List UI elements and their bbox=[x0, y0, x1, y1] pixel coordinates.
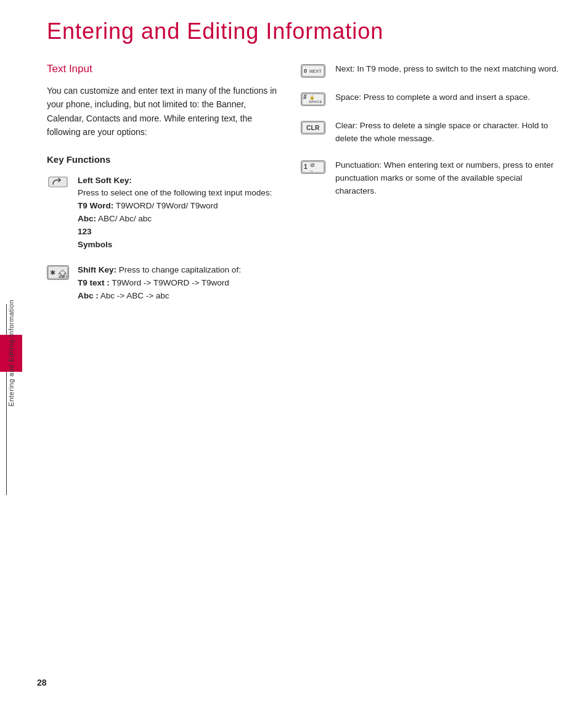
clear-desc: Press to delete a single space or charac… bbox=[335, 121, 548, 143]
space-desc: Press to complete a word and insert a sp… bbox=[361, 92, 530, 102]
svg-text:✱: ✱ bbox=[50, 269, 55, 276]
shift-abc-value: Abc -> ABC -> abc bbox=[99, 291, 169, 300]
svg-text:NEXT: NEXT bbox=[309, 69, 322, 73]
shift-t9-label: T9 text : bbox=[78, 278, 110, 287]
side-tab-label: Entering and Editing Information bbox=[7, 300, 15, 406]
key-item-shift-key: ✱ SHIFT Shift Key: Press to change capit… bbox=[47, 264, 281, 303]
shift-key-icon-container: ✱ SHIFT bbox=[47, 264, 69, 280]
svg-text:1: 1 bbox=[304, 163, 308, 170]
svg-text:SPACE: SPACE bbox=[309, 100, 322, 104]
next-button-icon: 0 NEXT bbox=[301, 64, 325, 78]
next-title: Next: bbox=[335, 64, 355, 73]
mode-t9word-label: T9 Word: bbox=[78, 201, 113, 210]
svg-text:#: # bbox=[303, 94, 307, 101]
shift-key-text: Shift Key: Press to change capitalizatio… bbox=[78, 264, 281, 303]
clear-icon-svg: CLR bbox=[301, 121, 325, 134]
mode-abc-label: Abc: bbox=[78, 214, 96, 223]
clear-text: Clear: Press to delete a single space or… bbox=[335, 120, 563, 146]
svg-text:SHIFT: SHIFT bbox=[59, 275, 67, 279]
right-item-clear: CLR Clear: Press to delete a single spac… bbox=[300, 120, 563, 146]
punctuation-text: Punctuation: When entering text or numbe… bbox=[335, 159, 563, 198]
shift-key-desc: Press to change capitalization of: bbox=[116, 265, 241, 274]
space-text: Space: Press to complete a word and inse… bbox=[335, 91, 563, 104]
svg-text:0: 0 bbox=[304, 68, 307, 74]
next-desc: In T9 mode, press to switch to the next … bbox=[355, 64, 559, 73]
mode-123: 123 bbox=[78, 227, 92, 236]
two-col-layout: Text Input You can customize and enter t… bbox=[47, 63, 563, 315]
section-heading-text-input: Text Input bbox=[47, 63, 281, 75]
next-icon-container: 0 NEXT bbox=[300, 63, 327, 78]
right-column: 0 NEXT Next: In T9 mode, press to switch… bbox=[300, 63, 563, 315]
next-text: Next: In T9 mode, press to switch to the… bbox=[335, 63, 563, 76]
svg-text:🔒: 🔒 bbox=[309, 94, 315, 100]
mode-t9word-value: T9WORD/ T9Word/ T9word bbox=[113, 201, 218, 210]
key-functions-title: Key Functions bbox=[47, 154, 281, 165]
right-item-punctuation: 1 @ ., Punctuation: When entering text o… bbox=[300, 159, 563, 198]
shift-key-title: Shift Key: bbox=[78, 265, 116, 274]
left-soft-key-title: Left Soft Key: bbox=[78, 176, 132, 185]
shift-key-icon: ✱ SHIFT bbox=[47, 265, 69, 280]
mode-symbols: Symbols bbox=[78, 240, 112, 249]
punctuation-button-icon: 1 @ ., bbox=[301, 160, 325, 174]
left-column: Text Input You can customize and enter t… bbox=[47, 63, 281, 315]
svg-text:CLR: CLR bbox=[306, 125, 320, 131]
left-soft-key-desc: Press to select one of the following tex… bbox=[78, 188, 272, 197]
left-soft-key-text: Left Soft Key: Press to select one of th… bbox=[78, 174, 281, 252]
side-tab: Entering and Editing Information bbox=[0, 0, 22, 706]
punctuation-icon-container: 1 @ ., bbox=[300, 159, 327, 174]
main-content: Entering and Editing Information Text In… bbox=[22, 0, 588, 340]
space-icon-container: # 🔒 SPACE bbox=[300, 91, 327, 106]
shift-t9-value: T9Word -> T9WORD -> T9word bbox=[110, 278, 229, 287]
soft-key-svg bbox=[48, 176, 68, 188]
svg-text:@: @ bbox=[310, 162, 315, 168]
clear-title: Clear: bbox=[335, 121, 357, 130]
shift-abc-label: Abc : bbox=[78, 291, 99, 300]
svg-text:.,: ., bbox=[310, 168, 313, 173]
intro-paragraph: You can customize and enter text in many… bbox=[47, 84, 281, 139]
shift-key-svg: ✱ SHIFT bbox=[47, 266, 68, 279]
page-title: Entering and Editing Information bbox=[47, 18, 563, 44]
punctuation-icon-svg: 1 @ ., bbox=[301, 161, 325, 173]
clear-icon-container: CLR bbox=[300, 120, 327, 134]
space-button-icon: # 🔒 SPACE bbox=[301, 92, 325, 106]
key-item-left-soft-key: Left Soft Key: Press to select one of th… bbox=[47, 174, 281, 252]
space-title: Space: bbox=[335, 92, 361, 102]
space-icon-svg: # 🔒 SPACE bbox=[301, 93, 325, 105]
svg-rect-0 bbox=[49, 177, 67, 187]
right-item-next: 0 NEXT Next: In T9 mode, press to switch… bbox=[300, 63, 563, 78]
punctuation-title: Punctuation: bbox=[335, 160, 382, 170]
side-line-bottom bbox=[6, 372, 7, 495]
next-icon-svg: 0 NEXT bbox=[301, 65, 325, 77]
mode-abc-value: ABC/ Abc/ abc bbox=[96, 214, 152, 223]
right-item-space: # 🔒 SPACE Space: Press to complete a wor… bbox=[300, 91, 563, 106]
left-soft-key-icon bbox=[47, 174, 69, 188]
clear-button-icon: CLR bbox=[301, 121, 325, 134]
page-number: 28 bbox=[37, 678, 47, 688]
